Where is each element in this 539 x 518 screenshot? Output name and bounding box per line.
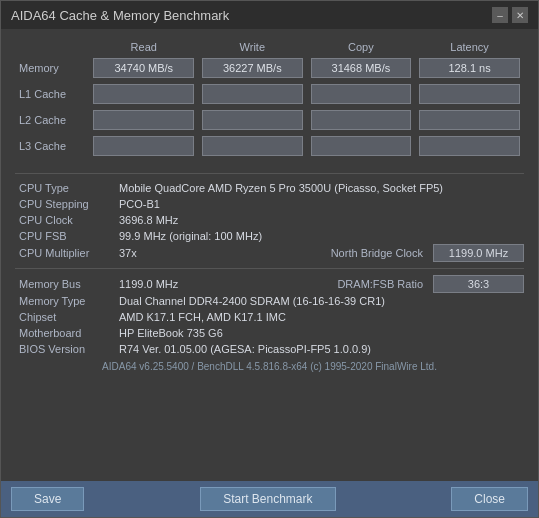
- info-row: BIOS Version R74 Ver. 01.05.00 (AGESA: P…: [15, 341, 524, 357]
- bench-copy-input[interactable]: [311, 136, 412, 156]
- info-label: Motherboard: [15, 325, 115, 341]
- bench-copy-cell: [307, 133, 416, 159]
- info-label: CPU Multiplier: [15, 245, 115, 262]
- bench-latency-cell: [415, 55, 524, 81]
- close-button[interactable]: Close: [451, 487, 528, 511]
- bench-write-input[interactable]: [202, 110, 303, 130]
- title-controls: – ✕: [492, 7, 528, 23]
- info-label: CPU FSB: [15, 228, 115, 245]
- info-label: CPU Type: [15, 180, 115, 196]
- benchmark-table: Read Write Copy Latency Memory L1 Cache …: [15, 39, 524, 159]
- bench-read-input[interactable]: [93, 58, 194, 78]
- bench-latency-input[interactable]: [419, 136, 520, 156]
- bench-read-cell: [89, 55, 198, 81]
- info-row: Chipset AMD K17.1 FCH, AMD K17.1 IMC: [15, 309, 524, 325]
- info-row: CPU Stepping PCO-B1: [15, 196, 524, 212]
- bench-latency-input[interactable]: [419, 58, 520, 78]
- divider-2: [15, 268, 524, 269]
- info-label: Memory Type: [15, 293, 115, 310]
- bench-read-input[interactable]: [93, 136, 194, 156]
- col-header-copy: Copy: [307, 39, 416, 55]
- col-header-read: Read: [89, 39, 198, 55]
- info-value: PCO-B1: [115, 196, 524, 212]
- bench-latency-input[interactable]: [419, 84, 520, 104]
- info-label: CPU Clock: [15, 212, 115, 228]
- info-table: CPU Type Mobile QuadCore AMD Ryzen 5 Pro…: [15, 180, 524, 262]
- save-button[interactable]: Save: [11, 487, 84, 511]
- col-header-write: Write: [198, 39, 307, 55]
- footer-note: AIDA64 v6.25.5400 / BenchDLL 4.5.816.8-x…: [15, 357, 524, 374]
- info-row: CPU Clock 3696.8 MHz: [15, 212, 524, 228]
- bench-latency-cell: [415, 107, 524, 133]
- info-label: Memory Bus: [15, 276, 115, 293]
- dram-fsb-value: 36:3: [434, 276, 524, 293]
- info-row: Motherboard HP EliteBook 735 G6: [15, 325, 524, 341]
- bench-row-label: Memory: [15, 55, 89, 81]
- info-value: Mobile QuadCore AMD Ryzen 5 Pro 3500U (P…: [115, 180, 524, 196]
- info-row-memory-bus: Memory Bus 1199.0 MHz DRAM:FSB Ratio 36:…: [15, 276, 524, 293]
- bench-read-input[interactable]: [93, 110, 194, 130]
- window-title: AIDA64 Cache & Memory Benchmark: [11, 8, 229, 23]
- bench-write-cell: [198, 107, 307, 133]
- bench-read-input[interactable]: [93, 84, 194, 104]
- info-label: Chipset: [15, 309, 115, 325]
- bench-read-cell: [89, 107, 198, 133]
- main-content: Read Write Copy Latency Memory L1 Cache …: [1, 29, 538, 481]
- bench-row: L1 Cache: [15, 81, 524, 107]
- bottom-bar: Save Start Benchmark Close: [1, 481, 538, 517]
- bench-copy-cell: [307, 55, 416, 81]
- info-value: R74 Ver. 01.05.00 (AGESA: PicassoPI-FP5 …: [115, 341, 524, 357]
- minimize-button[interactable]: –: [492, 7, 508, 23]
- info-value: HP EliteBook 735 G6: [115, 325, 524, 341]
- bench-copy-cell: [307, 81, 416, 107]
- multiplier-value: 37x: [115, 245, 205, 262]
- bench-row: Memory: [15, 55, 524, 81]
- nb-clock-label: North Bridge Clock: [205, 245, 434, 262]
- info-label: CPU Stepping: [15, 196, 115, 212]
- memory-bus-value: 1199.0 MHz: [115, 276, 205, 293]
- nb-clock-value: 1199.0 MHz: [434, 245, 524, 262]
- bench-latency-cell: [415, 133, 524, 159]
- bench-copy-input[interactable]: [311, 58, 412, 78]
- bench-copy-input[interactable]: [311, 110, 412, 130]
- bench-write-input[interactable]: [202, 136, 303, 156]
- info-row: CPU Type Mobile QuadCore AMD Ryzen 5 Pro…: [15, 180, 524, 196]
- info-value: 3696.8 MHz: [115, 212, 524, 228]
- main-window: AIDA64 Cache & Memory Benchmark – ✕ Read…: [0, 0, 539, 518]
- bench-write-cell: [198, 55, 307, 81]
- info-row: CPU FSB 99.9 MHz (original: 100 MHz): [15, 228, 524, 245]
- bench-write-input[interactable]: [202, 84, 303, 104]
- start-benchmark-button[interactable]: Start Benchmark: [200, 487, 335, 511]
- bench-row: L3 Cache: [15, 133, 524, 159]
- title-bar: AIDA64 Cache & Memory Benchmark – ✕: [1, 1, 538, 29]
- bench-row-label: L3 Cache: [15, 133, 89, 159]
- col-header-latency: Latency: [415, 39, 524, 55]
- info-value: AMD K17.1 FCH, AMD K17.1 IMC: [115, 309, 524, 325]
- bench-latency-cell: [415, 81, 524, 107]
- dram-fsb-label: DRAM:FSB Ratio: [205, 276, 434, 293]
- bench-row: L2 Cache: [15, 107, 524, 133]
- bench-write-cell: [198, 133, 307, 159]
- bench-copy-input[interactable]: [311, 84, 412, 104]
- bench-write-input[interactable]: [202, 58, 303, 78]
- info-label: BIOS Version: [15, 341, 115, 357]
- info-table-2: Memory Bus 1199.0 MHz DRAM:FSB Ratio 36:…: [15, 275, 524, 357]
- info-value: Dual Channel DDR4-2400 SDRAM (16-16-16-3…: [115, 293, 524, 310]
- bench-write-cell: [198, 81, 307, 107]
- bench-latency-input[interactable]: [419, 110, 520, 130]
- bench-row-label: L2 Cache: [15, 107, 89, 133]
- bench-copy-cell: [307, 107, 416, 133]
- bench-row-label: L1 Cache: [15, 81, 89, 107]
- info-row: Memory Type Dual Channel DDR4-2400 SDRAM…: [15, 293, 524, 310]
- info-value: 99.9 MHz (original: 100 MHz): [115, 228, 524, 245]
- close-title-button[interactable]: ✕: [512, 7, 528, 23]
- bench-read-cell: [89, 133, 198, 159]
- info-row-multiplier: CPU Multiplier 37x North Bridge Clock 11…: [15, 245, 524, 262]
- divider-1: [15, 173, 524, 174]
- bench-read-cell: [89, 81, 198, 107]
